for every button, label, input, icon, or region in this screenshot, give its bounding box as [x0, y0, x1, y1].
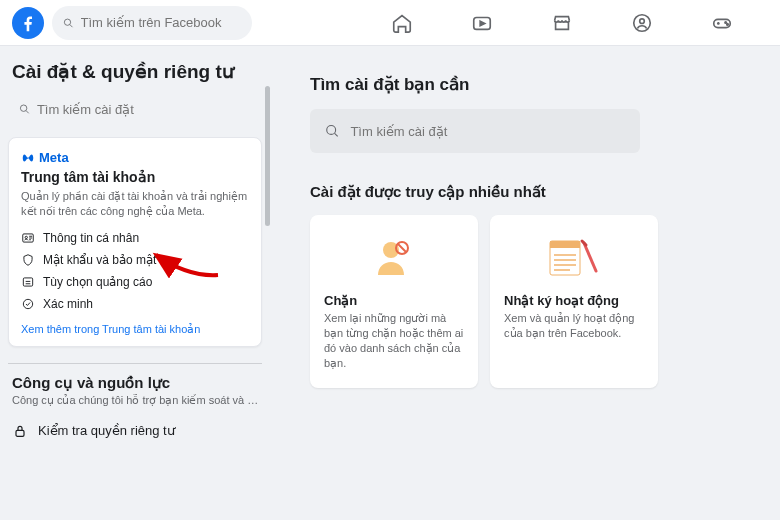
setting-card-desc: Xem lại những người mà bạn từng chặn hoặ… — [324, 311, 464, 370]
account-center-card: Meta Trung tâm tài khoản Quản lý phần cà… — [8, 137, 262, 347]
watch-icon[interactable] — [470, 11, 494, 35]
account-center-see-more-link[interactable]: Xem thêm trong Trung tâm tài khoản — [21, 323, 249, 336]
divider — [8, 363, 262, 364]
facebook-logo[interactable] — [12, 7, 44, 39]
global-search-input[interactable] — [81, 15, 242, 30]
search-icon — [18, 102, 31, 116]
svg-point-11 — [25, 236, 27, 238]
svg-point-0 — [64, 19, 70, 25]
svg-point-8 — [20, 105, 26, 111]
meta-brand: Meta — [21, 150, 249, 165]
svg-line-16 — [335, 133, 338, 136]
groups-icon[interactable] — [630, 11, 654, 35]
account-center-item-password-security[interactable]: Mật khẩu và bảo mật — [21, 249, 249, 271]
meta-icon — [21, 151, 35, 165]
svg-line-1 — [70, 24, 73, 27]
svg-rect-21 — [550, 241, 580, 248]
main-search-title: Tìm cài đặt bạn cần — [310, 74, 780, 95]
gaming-icon[interactable] — [710, 11, 734, 35]
check-circle-icon — [21, 297, 35, 311]
sidebar-search[interactable] — [8, 93, 262, 125]
account-center-desc: Quản lý phần cài đặt tài khoản và trải n… — [21, 189, 249, 219]
svg-point-13 — [23, 299, 32, 308]
id-card-icon — [21, 231, 35, 245]
sidebar-search-input[interactable] — [37, 102, 252, 117]
search-icon — [324, 122, 340, 140]
marketplace-icon[interactable] — [550, 11, 574, 35]
account-center-item-personal-info[interactable]: Thông tin cá nhân — [21, 227, 249, 249]
top-nav-tabs — [390, 11, 734, 35]
account-center-title: Trung tâm tài khoản — [21, 169, 249, 185]
account-center-item-verification[interactable]: Xác minh — [21, 293, 249, 315]
block-illustration — [324, 229, 464, 285]
main-content: Tìm cài đặt bạn cần Cài đặt được truy cậ… — [272, 46, 780, 520]
setting-card-activity-log[interactable]: Nhật ký hoạt động Xem và quản lý hoạt độ… — [490, 215, 658, 388]
lock-icon — [12, 423, 28, 439]
settings-search[interactable] — [310, 109, 640, 153]
setting-card-block[interactable]: Chặn Xem lại những người mà bạn từng chặ… — [310, 215, 478, 388]
settings-cards-row: Chặn Xem lại những người mà bạn từng chặ… — [310, 215, 780, 388]
tools-section-title: Công cụ và nguồn lực — [8, 374, 262, 392]
svg-line-9 — [26, 111, 29, 114]
svg-point-4 — [640, 18, 645, 23]
sidebar-title: Cài đặt & quyền riêng tư — [8, 60, 262, 83]
main-layout: Cài đặt & quyền riêng tư Meta Trung tâm … — [0, 46, 780, 520]
search-icon — [62, 16, 75, 30]
ad-icon — [21, 275, 35, 289]
svg-point-7 — [727, 23, 728, 24]
settings-sidebar: Cài đặt & quyền riêng tư Meta Trung tâm … — [0, 46, 272, 520]
most-accessed-title: Cài đặt được truy cập nhiều nhất — [310, 183, 780, 201]
account-center-item-ad-preferences[interactable]: Tùy chọn quảng cáo — [21, 271, 249, 293]
global-search[interactable] — [52, 6, 252, 40]
svg-line-19 — [398, 244, 406, 252]
svg-rect-12 — [23, 278, 32, 286]
home-icon[interactable] — [390, 11, 414, 35]
setting-card-title: Chặn — [324, 293, 464, 308]
top-navigation-bar — [0, 0, 780, 46]
setting-card-desc: Xem và quản lý hoạt động của bạn trên Fa… — [504, 311, 644, 341]
svg-point-15 — [327, 126, 336, 135]
svg-rect-14 — [16, 430, 24, 436]
setting-card-title: Nhật ký hoạt động — [504, 293, 644, 308]
tools-section-desc: Công cụ của chúng tôi hỗ trợ bạn kiểm so… — [8, 394, 262, 407]
privacy-checkup-item[interactable]: Kiểm tra quyền riêng tư — [8, 417, 262, 445]
activity-log-illustration — [504, 229, 644, 285]
settings-search-input[interactable] — [350, 124, 626, 139]
shield-icon — [21, 253, 35, 267]
svg-point-6 — [725, 21, 726, 22]
scrollbar[interactable] — [265, 86, 270, 226]
